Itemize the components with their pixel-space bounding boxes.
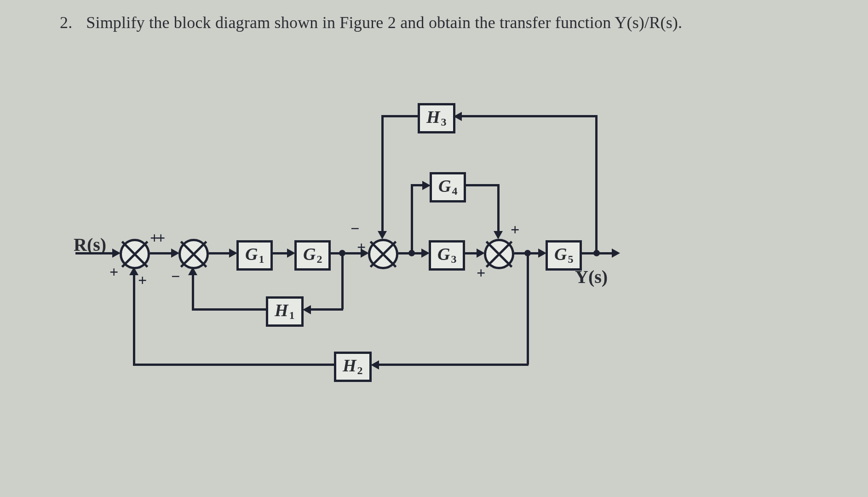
- g4-sub: 4: [451, 185, 457, 197]
- question-text: 2. Simplify the block diagram shown in F…: [60, 13, 682, 32]
- sum-2: [178, 239, 209, 269]
- block-g5: G5: [546, 240, 582, 271]
- sum2-sign-tr: +: [156, 229, 165, 247]
- block-h1: H1: [266, 296, 304, 327]
- sum-1: [120, 239, 150, 269]
- g5-sub: 5: [567, 253, 573, 265]
- h3-base: H: [426, 107, 440, 127]
- block-h3: H3: [418, 103, 455, 133]
- h1-base: H: [275, 301, 288, 320]
- g5-base: G: [554, 244, 567, 264]
- sum3-sign-tl: −: [351, 220, 359, 237]
- sum4-sign-bl: +: [477, 264, 485, 282]
- sum4-sign-tr: +: [511, 221, 519, 238]
- sum-3: [368, 239, 398, 269]
- h3-sub: 3: [440, 116, 447, 128]
- g3-base: G: [437, 244, 450, 264]
- question-number: 2.: [60, 13, 82, 32]
- block-g4: G4: [430, 172, 466, 202]
- sum2-sign-bl: −: [171, 268, 180, 285]
- question-body: Simplify the block diagram shown in Figu…: [86, 13, 682, 32]
- g3-sub: 3: [450, 253, 456, 265]
- h2-base: H: [343, 356, 356, 375]
- arrow-h3-into-sum3: [378, 231, 387, 239]
- sum-4: [484, 239, 514, 269]
- block-g2: G2: [294, 240, 331, 271]
- arrow-into-h1: [303, 305, 311, 314]
- arrow-g4-into-sum4: [494, 231, 503, 239]
- arrow-output: [612, 248, 620, 258]
- h1-sub: 1: [288, 309, 295, 321]
- g2-sub: 2: [316, 253, 322, 265]
- arrow-h1-into-sum2: [188, 267, 197, 275]
- g1-base: G: [245, 244, 258, 264]
- sum3-sign-bl: +: [357, 238, 366, 256]
- arrow-h2-into-sum1: [129, 267, 138, 275]
- sum1-sign-bl: +: [109, 263, 118, 281]
- block-diagram: R(s) Y(s) + + + + − G1 G2: [64, 69, 616, 419]
- block-g3: G3: [429, 240, 465, 271]
- block-h2: H2: [334, 352, 372, 382]
- arrow-into-h2: [371, 360, 379, 370]
- g2-base: G: [303, 244, 316, 264]
- g1-sub: 1: [258, 253, 264, 265]
- h2-sub: 2: [356, 364, 363, 376]
- block-g1: G1: [236, 240, 273, 271]
- sum1-sign-br: +: [138, 272, 147, 289]
- g4-base: G: [438, 176, 451, 196]
